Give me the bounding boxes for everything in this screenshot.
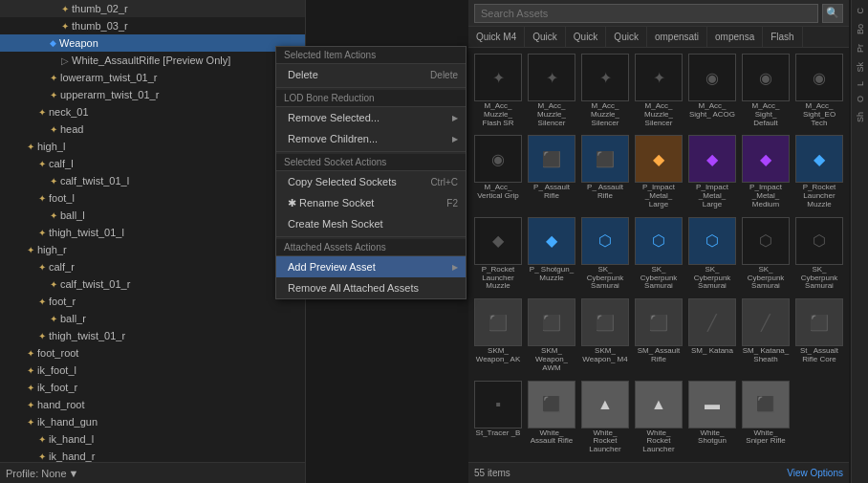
asset-item[interactable]: ⬛P_ Assault Rifle [526,133,577,212]
asset-item[interactable]: ✦M_Acc_ Muzzle_ Silencer [579,52,631,131]
tree-item-thigh_twist_01_r[interactable]: ✦thigh_twist_01_r [0,327,305,344]
profile-bar[interactable]: Profile: None ▼ [0,462,306,483]
asset-item[interactable]: ▲White_ Rocket Launcher [633,379,684,458]
tree-item-ball_l[interactable]: ✦ball_l [0,207,305,224]
filter-item-6[interactable]: Flash [763,27,802,47]
asset-item[interactable]: ⬡SK_ Cyberpunk Samurai [633,215,684,295]
tree-item-label: upperarm_twist_01_r [60,89,159,100]
tree-item-upperarm_twist_01_r[interactable]: ✦upperarm_twist_01_r [0,86,305,103]
asset-item[interactable]: ✦M_Acc_ Muzzle_ Silencer [526,52,577,131]
asset-label: M_Acc_ Sight_ ACOG [688,102,736,120]
asset-item[interactable]: ◉M_Acc_ Vertical Grip [472,133,524,212]
tree-item-calf_twist_01_l[interactable]: ✦calf_twist_01_l [0,172,305,189]
filter-item-1[interactable]: Quick [525,27,566,47]
tree-item-lowerarm_twist_01_r[interactable]: ✦lowerarm_twist_01_r [0,69,305,86]
menu-item-remove-selected[interactable]: Remove Selected...▶ [276,107,466,128]
asset-item[interactable]: ⬛SKM_ Weapon_ M4 [579,296,631,376]
asset-item[interactable]: ◆P_ Shotgun_ Muzzle [526,215,577,295]
tree-item-foot_root[interactable]: ✦foot_root [0,344,305,362]
asset-item[interactable]: ⬛St_ Assualt Rifle Core [793,296,845,376]
right-panel-tab[interactable]: O [854,92,867,106]
tree-item-neck_01[interactable]: ✦neck_01 [0,103,305,121]
asset-item[interactable]: ⬛SKM_ Weapon_ AK [472,296,524,376]
filter-item-5[interactable]: ompensa [707,27,763,47]
asset-label: SM_ Katana_ Sheath [742,347,790,364]
tree-item-thigh_twist_01_l[interactable]: ✦thigh_twist_01_l [0,224,305,241]
asset-item[interactable]: ◉M_Acc_ Sight_ ACOG [686,52,738,131]
right-panel-tab[interactable]: C [854,4,867,18]
menu-item-remove-children[interactable]: Remove Children...▶ [276,128,466,149]
asset-thumbnail: ✦ [635,54,683,101]
right-panel-tab[interactable]: L [854,77,867,90]
asset-item[interactable]: ◉M_Acc_ Sight_EO Tech [793,52,845,131]
asset-item[interactable]: ⬡SK_ Cyberpunk Samurai [740,215,792,295]
menu-item-copy-selected-sockets[interactable]: Copy Selected SocketsCtrl+C [276,171,466,192]
asset-item[interactable]: ⬡SK_ Cyberpunk Samurai [579,215,631,295]
tree-item-high_l[interactable]: ✦high_l [0,138,305,155]
asset-item[interactable]: ◉M_Acc_ Sight_ Default [740,52,792,131]
menu-item-create-mesh-socket[interactable]: Create Mesh Socket [276,213,466,234]
asset-item[interactable]: ◆P_Rocket Launcher Muzzle [472,215,524,295]
tree-item-foot_r[interactable]: ✦foot_r [0,293,305,310]
asset-item[interactable]: ◆P_Impact _Metal_ Large [633,133,684,212]
tree-item-ik_foot_l[interactable]: ✦ik_foot_l [0,362,305,379]
asset-item[interactable]: ▪St_Tracer _B [472,379,524,458]
asset-item[interactable]: ◆P_Impact _Metal_ Medium [740,133,792,212]
menu-item-remove-attached-assets[interactable]: Remove All Attached Assets [276,277,466,298]
view-options-link[interactable]: View Options [787,468,843,478]
right-panel-tab[interactable]: Pr [854,40,867,56]
tree-item-hand_root[interactable]: ✦hand_root [0,396,305,413]
bone-icon: ✦ [38,262,46,273]
asset-thumbnail: ◆ [635,135,683,183]
asset-item[interactable]: ⬛SKM_ Weapon_ AWM [526,296,577,376]
right-panel-tab[interactable]: Sh [854,108,867,126]
asset-item[interactable]: ▬White_ Shotgun [686,379,738,458]
tree-item-high_r[interactable]: ✦high_r [0,241,305,258]
asset-item[interactable]: ⬛White_ Assault Rifle [526,379,577,458]
asset-label: White_ Assault Rifle [528,429,575,447]
tree-item-thumb_03_r[interactable]: ✦thumb_03_r [0,17,305,34]
tree-item-ik_hand_l[interactable]: ✦ik_hand_l [0,430,305,448]
asset-item[interactable]: ▲White_ Rocket Launcher [579,379,631,458]
asset-item[interactable]: ◆P_Rocket Launcher Muzzle [793,133,845,212]
asset-item[interactable]: ◆P_Impact _Metal_ Large [686,133,738,212]
tree-item-White_AssaultRifle[interactable]: ▷White_AssaultRifle [Preview Only] [0,52,305,69]
asset-item[interactable]: ⬡SK_ Cyberpunk Samurai [686,215,738,295]
asset-item[interactable]: ⬛P_ Assault Rifle [579,133,631,212]
asset-item[interactable]: ⬛White_ Sniper Rifle [740,379,792,458]
tree-item-ik_foot_r[interactable]: ✦ik_foot_r [0,379,305,396]
asset-label: White_ Rocket Launcher [635,429,683,454]
bone-icon: ✦ [50,73,57,83]
asset-thumbnail: ╱ [742,298,790,346]
preview-icon: ▷ [61,55,69,66]
tree-item-calf_l[interactable]: ✦calf_l [0,155,305,172]
search-button[interactable]: 🔍 [822,4,843,23]
menu-item-delete[interactable]: DeleteDelete [276,64,466,85]
asset-thumbnail: ⬛ [581,298,629,346]
tree-item-calf_twist_01_r[interactable]: ✦calf_twist_01_r [0,275,305,293]
filter-item-0[interactable]: Quick M4 [468,27,525,47]
asset-item[interactable]: ✦M_Acc_ Muzzle_ Silencer [633,52,684,131]
tree-item-label: ik_hand_l [49,433,94,445]
tree-item-foot_l[interactable]: ✦foot_l [0,189,305,207]
asset-item[interactable]: ✦M_Acc_ Muzzle_ Flash SR [472,52,524,131]
tree-item-head[interactable]: ✦head [0,121,305,138]
asset-thumbnail: ◆ [742,135,790,183]
right-panel-tab[interactable]: Sk [854,58,867,77]
filter-item-2[interactable]: Quick [566,27,607,47]
tree-item-ball_r[interactable]: ✦ball_r [0,310,305,327]
tree-item-Weapon[interactable]: ◆Weapon [0,34,305,52]
menu-item-rename-socket[interactable]: ✱ Rename SocketF2 [276,192,466,213]
asset-item[interactable]: ⬡SK_ Cyberpunk Samurai [793,215,845,295]
right-panel-tab[interactable]: Bo [854,20,867,38]
asset-item[interactable]: ╱SM_ Katana_ Sheath [740,296,792,376]
tree-item-thumb_02_r[interactable]: ✦thumb_02_r [0,0,305,17]
menu-item-add-preview-asset[interactable]: Add Preview Asset▶ [276,256,466,277]
filter-item-3[interactable]: Quick [606,27,647,47]
asset-item[interactable]: ⬛SM_ Assault Rifle [633,296,684,376]
filter-item-4[interactable]: ompensati [647,27,707,47]
tree-item-ik_hand_gun[interactable]: ✦ik_hand_gun [0,413,305,430]
search-input[interactable] [474,4,818,23]
asset-item[interactable]: ╱SM_ Katana [686,296,738,376]
tree-item-calf_r[interactable]: ✦calf_r [0,258,305,275]
